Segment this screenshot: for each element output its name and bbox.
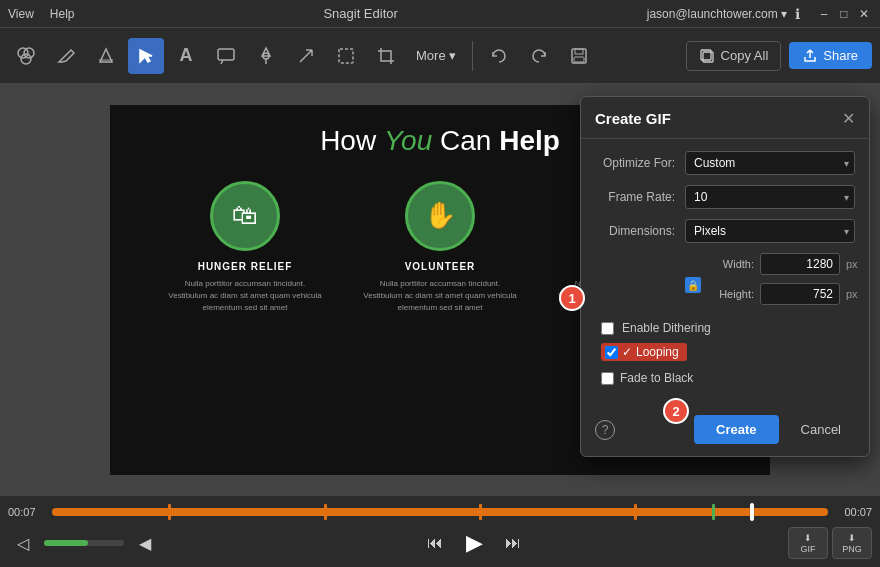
copy-all-button[interactable]: Copy All	[686, 41, 782, 71]
text-tool[interactable]: A	[168, 38, 204, 74]
menu-help[interactable]: Help	[50, 7, 75, 21]
main-area: How You Can Help 🛍 HUNGER RELIEF Nulla p…	[0, 84, 880, 495]
dialog-title: Create GIF	[595, 110, 671, 127]
looping-checkbox[interactable]	[605, 346, 618, 359]
dialog-footer: ? Create Cancel	[581, 409, 869, 456]
slide-title: How You Can Help	[320, 125, 560, 157]
undo-button[interactable]	[481, 38, 517, 74]
stamp-tool[interactable]	[248, 38, 284, 74]
height-unit: px	[846, 288, 858, 300]
share-label: Share	[823, 48, 858, 63]
frame-rate-label: Frame Rate:	[595, 190, 685, 204]
maximize-button[interactable]: □	[836, 6, 852, 22]
volunteer-icon: ✋	[405, 181, 475, 251]
callout-tool[interactable]	[208, 38, 244, 74]
selection-tool[interactable]	[328, 38, 364, 74]
dimension-inputs: Width: px Height: px	[709, 253, 858, 305]
dithering-checkbox[interactable]	[601, 322, 614, 335]
hunger-icon: 🛍	[210, 181, 280, 251]
dimensions-select[interactable]: Pixels Percent	[685, 219, 855, 243]
volunteer-title: VOLUNTEER	[363, 261, 518, 272]
optimize-select[interactable]: Custom Web Mobile	[685, 151, 855, 175]
volume-fill	[44, 540, 88, 546]
timeline-marker-5	[712, 504, 715, 520]
minimize-button[interactable]: –	[816, 6, 832, 22]
timeline-marker-2	[324, 504, 327, 520]
fill-tool[interactable]	[88, 38, 124, 74]
redo-button[interactable]	[521, 38, 557, 74]
play-button[interactable]: ▶	[456, 525, 492, 561]
export-buttons: ⬇ GIF ⬇ PNG	[788, 527, 872, 559]
fade-checkbox[interactable]	[601, 372, 614, 385]
volume-track[interactable]	[44, 540, 124, 546]
svg-point-2	[21, 54, 31, 64]
window-controls[interactable]: – □ ✕	[816, 6, 872, 22]
menu-bar[interactable]: View Help	[8, 7, 74, 21]
optimize-for-row: Optimize For: Custom Web Mobile ▾	[595, 151, 855, 175]
volume-high-icon[interactable]: ◀	[130, 528, 160, 558]
app-title: Snagit Editor	[323, 6, 397, 21]
info-icon[interactable]: ℹ	[795, 6, 800, 22]
export-png-button[interactable]: ⬇ PNG	[832, 527, 872, 559]
frame-rate-row: Frame Rate: 10 15 24 30 ▾	[595, 185, 855, 209]
close-button[interactable]: ✕	[856, 6, 872, 22]
time-end: 00:07	[836, 506, 872, 518]
card-hunger: 🛍 HUNGER RELIEF Nulla porttitor accumsan…	[168, 181, 323, 314]
looping-label: Looping	[636, 345, 679, 359]
dialog-actions: Create Cancel	[694, 415, 855, 444]
cancel-button[interactable]: Cancel	[787, 415, 855, 444]
svg-point-1	[24, 48, 34, 58]
more-button[interactable]: More ▾	[408, 44, 464, 67]
step-forward-button[interactable]: ⏭	[498, 528, 528, 558]
more-label: More	[416, 48, 446, 63]
width-row: Width: px	[709, 253, 858, 275]
lock-icon[interactable]: 🔒	[685, 277, 701, 293]
crop-tool[interactable]	[368, 38, 404, 74]
arrow-tool[interactable]	[128, 38, 164, 74]
dimensions-control: Pixels Percent ▾	[685, 219, 855, 243]
fade-label: Fade to Black	[620, 371, 693, 385]
dialog-close-button[interactable]: ✕	[842, 109, 855, 128]
user-email[interactable]: jason@launchtower.com ▾	[647, 7, 787, 21]
width-input[interactable]	[760, 253, 840, 275]
frame-rate-select[interactable]: 10 15 24 30	[685, 185, 855, 209]
menu-view[interactable]: View	[8, 7, 34, 21]
create-gif-dialog: Create GIF ✕ Optimize For: Custom Web Mo…	[580, 96, 870, 457]
step-back-button[interactable]: ⏮	[420, 528, 450, 558]
toolbar-right-actions: Copy All Share	[686, 41, 872, 71]
gif-down-icon: ⬇	[804, 533, 812, 543]
gif-label: GIF	[801, 544, 816, 554]
effects-tool[interactable]	[8, 38, 44, 74]
arrow-draw-tool[interactable]	[288, 38, 324, 74]
timeline-marker-1	[168, 504, 171, 520]
timeline-area: 00:07 00:07 ◁ ◀ ⏮ ▶ ⏭ ⬇ GIF ⬇	[0, 495, 880, 567]
annotation-1: 1	[559, 285, 585, 311]
timeline-marker-3	[479, 504, 482, 520]
card-volunteer: ✋ VOLUNTEER Nulla porttitor accumsan tin…	[363, 181, 518, 314]
fade-check: Fade to Black	[601, 371, 693, 385]
timeline-bar-container: 00:07 00:07	[8, 502, 872, 521]
export-gif-button[interactable]: ⬇ GIF	[788, 527, 828, 559]
pen-tool[interactable]	[48, 38, 84, 74]
dithering-row: Enable Dithering	[595, 321, 855, 335]
help-icon[interactable]: ?	[595, 420, 615, 440]
dithering-label: Enable Dithering	[622, 321, 711, 335]
optimize-label: Optimize For:	[595, 156, 685, 170]
dialog-header: Create GIF ✕	[581, 97, 869, 139]
timeline-marker-4	[634, 504, 637, 520]
height-input[interactable]	[760, 283, 840, 305]
dimensions-label: Dimensions:	[595, 224, 685, 238]
save-button[interactable]	[561, 38, 597, 74]
lock-icon-container: 🔒	[685, 259, 701, 311]
dimensions-row: Dimensions: Pixels Percent ▾	[595, 219, 855, 243]
share-button[interactable]: Share	[789, 42, 872, 69]
volume-low-icon[interactable]: ◁	[8, 528, 38, 558]
timeline-marker-6	[750, 503, 754, 521]
toolbar: A More ▾	[0, 28, 880, 84]
title-middle: Can	[432, 125, 499, 156]
timeline-track[interactable]	[52, 508, 828, 516]
svg-rect-5	[339, 49, 353, 63]
chevron-down-icon: ▾	[449, 48, 456, 63]
create-button[interactable]: Create	[694, 415, 778, 444]
width-unit: px	[846, 258, 858, 270]
